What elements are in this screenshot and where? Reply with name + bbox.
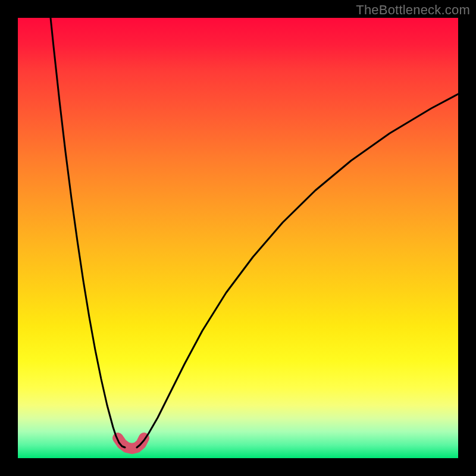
right-branch xyxy=(137,94,458,447)
plot-area xyxy=(18,18,458,458)
chart-frame: TheBottleneck.com xyxy=(0,0,476,476)
left-branch xyxy=(51,18,125,447)
watermark-text: TheBottleneck.com xyxy=(356,2,470,18)
curve-layer xyxy=(18,18,458,458)
